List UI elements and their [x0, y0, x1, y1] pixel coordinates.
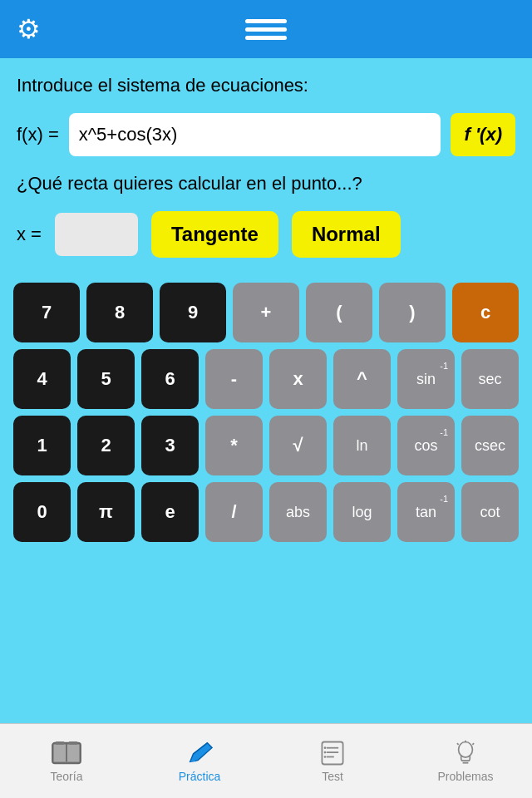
nav-problemas-label: Problemas	[438, 770, 494, 783]
key-power[interactable]: ^	[333, 349, 391, 409]
key-open-paren[interactable]: (	[306, 283, 372, 342]
key-9[interactable]: 9	[160, 283, 226, 342]
intro-text: Introduce el sistema de ecuaciones:	[17, 75, 515, 96]
normal-button[interactable]: Normal	[292, 211, 401, 258]
fx-input[interactable]	[69, 113, 441, 156]
key-1[interactable]: 1	[13, 416, 71, 475]
svg-line-21	[472, 743, 474, 745]
key-e[interactable]: e	[141, 482, 199, 542]
key-0[interactable]: 0	[13, 482, 71, 542]
nav-teoria-label: Teoría	[51, 770, 83, 783]
bottom-navigation: Teoría Práctica Test	[0, 723, 532, 798]
nav-teoria[interactable]: Teoría	[25, 740, 108, 783]
calculator: 7 8 9 + ( ) c 4 5 6 - x ^ sin-1 sec 1 2 …	[0, 274, 532, 542]
svg-rect-5	[69, 741, 77, 744]
svg-rect-4	[56, 741, 64, 744]
nav-test-label: Test	[322, 770, 343, 783]
svg-rect-1	[54, 744, 66, 761]
calc-row-3: 1 2 3 * √ ln cos-1 csec	[13, 416, 519, 475]
x-row: x = Tangente Normal	[17, 211, 515, 258]
key-sec[interactable]: sec	[461, 349, 519, 409]
key-plus[interactable]: +	[233, 283, 299, 342]
calc-row-2: 4 5 6 - x ^ sin-1 sec	[13, 349, 519, 409]
key-arcsin[interactable]: sin-1	[397, 349, 455, 409]
derivative-button[interactable]: f '(x)	[451, 113, 515, 156]
svg-rect-2	[67, 744, 79, 761]
calc-row-4: 0 π e / abs log tan-1 cot	[13, 482, 519, 542]
key-4[interactable]: 4	[13, 349, 71, 409]
header-logo	[245, 19, 287, 40]
question-text: ¿Qué recta quieres calcular en el punto.…	[17, 173, 515, 195]
key-6[interactable]: 6	[141, 349, 199, 409]
key-arctan[interactable]: tan-1	[397, 482, 455, 542]
svg-point-14	[324, 746, 327, 749]
nav-practica-label: Práctica	[179, 770, 221, 783]
app-header: ⚙	[0, 0, 532, 58]
svg-point-15	[324, 751, 327, 753]
x-label: x =	[17, 224, 42, 245]
gear-icon[interactable]: ⚙	[17, 13, 41, 45]
key-5[interactable]: 5	[77, 349, 135, 409]
key-multiply[interactable]: *	[205, 416, 263, 475]
key-csec[interactable]: csec	[461, 416, 519, 475]
tangente-button[interactable]: Tangente	[151, 211, 278, 258]
key-cot[interactable]: cot	[461, 482, 519, 542]
function-row: f(x) = f '(x)	[17, 113, 515, 156]
key-sqrt[interactable]: √	[269, 416, 327, 475]
svg-point-16	[324, 756, 327, 758]
key-7[interactable]: 7	[13, 283, 80, 342]
svg-point-17	[459, 741, 473, 757]
key-close-paren[interactable]: )	[379, 283, 446, 342]
key-minus[interactable]: -	[205, 349, 263, 409]
key-2[interactable]: 2	[77, 416, 135, 475]
key-divide[interactable]: /	[205, 482, 263, 542]
key-abs[interactable]: abs	[269, 482, 327, 542]
key-arccos[interactable]: cos-1	[397, 416, 455, 475]
nav-test[interactable]: Test	[291, 740, 374, 783]
key-x[interactable]: x	[269, 349, 327, 409]
fx-label: f(x) =	[17, 124, 59, 145]
key-log[interactable]: log	[333, 482, 391, 542]
calc-row-1: 7 8 9 + ( ) c	[13, 283, 519, 342]
key-3[interactable]: 3	[141, 416, 199, 475]
key-clear[interactable]: c	[452, 283, 519, 342]
x-input[interactable]	[55, 213, 138, 256]
key-8[interactable]: 8	[86, 283, 153, 342]
key-pi[interactable]: π	[77, 482, 135, 542]
svg-line-22	[457, 743, 459, 745]
main-content: Introduce el sistema de ecuaciones: f(x)…	[0, 58, 532, 258]
nav-practica[interactable]: Práctica	[158, 740, 241, 783]
key-ln[interactable]: ln	[333, 416, 391, 475]
nav-problemas[interactable]: Problemas	[424, 740, 507, 783]
